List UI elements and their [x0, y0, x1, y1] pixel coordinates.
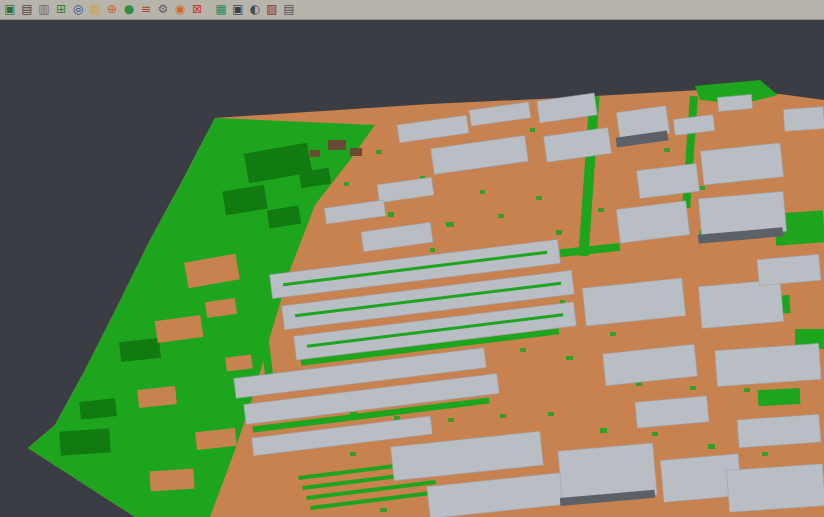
- save-icon[interactable]: ▥: [36, 2, 52, 18]
- building-roof: [727, 464, 824, 513]
- 3d-viewport[interactable]: [0, 0, 824, 517]
- table-icon[interactable]: ▤: [281, 2, 297, 18]
- pan-icon[interactable]: ⊕: [104, 2, 120, 18]
- building-roof: [715, 343, 821, 386]
- settings-icon[interactable]: ⚙: [155, 2, 171, 18]
- toolbar-separator: [206, 2, 212, 18]
- toolbar: ▣ ▤ ▥ ⊞ ◎ ▦ ⊕ ● ≡ ⚙ ◉ ⊠ ▦ ▣ ◐ ▨ ▤: [0, 0, 824, 20]
- add-layer-icon[interactable]: ⊞: [53, 2, 69, 18]
- zoom-extent-icon[interactable]: ◎: [70, 2, 86, 18]
- world-icon[interactable]: ◐: [247, 2, 263, 18]
- grid-icon[interactable]: ▦: [213, 2, 229, 18]
- new-scene-icon[interactable]: ▣: [2, 2, 18, 18]
- measure-icon[interactable]: ≡: [138, 2, 154, 18]
- full-extent-icon[interactable]: ⊠: [189, 2, 205, 18]
- target-icon[interactable]: ◉: [172, 2, 188, 18]
- building-roof: [717, 95, 752, 112]
- scene-render[interactable]: [0, 0, 824, 517]
- layers-icon[interactable]: ▣: [230, 2, 246, 18]
- building-roof: [783, 107, 824, 132]
- classify-icon[interactable]: ▨: [264, 2, 280, 18]
- open-scene-icon[interactable]: ▤: [19, 2, 35, 18]
- open-folder-icon[interactable]: ▦: [87, 2, 103, 18]
- building-roof: [737, 414, 821, 448]
- globe-icon[interactable]: ●: [121, 2, 137, 18]
- building-roof: [757, 254, 821, 285]
- building-roof: [698, 280, 783, 329]
